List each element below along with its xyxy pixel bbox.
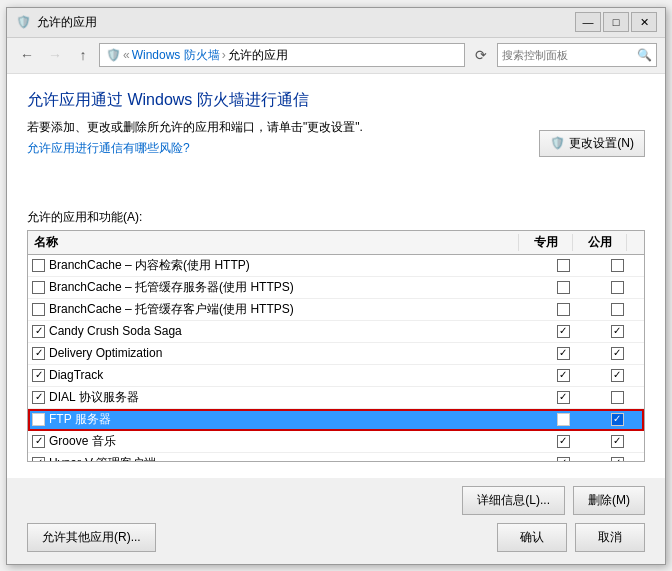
- table-row[interactable]: BranchCache – 内容检索(使用 HTTP): [28, 255, 644, 277]
- table-row[interactable]: Groove 音乐: [28, 431, 644, 453]
- private-checkbox[interactable]: [557, 457, 570, 461]
- cell-name: Hyper-V 管理客户端: [28, 455, 536, 461]
- cell-private: [536, 369, 590, 382]
- breadcrumb-firewall[interactable]: Windows 防火墙: [132, 47, 220, 64]
- private-checkbox[interactable]: [557, 435, 570, 448]
- help-link[interactable]: 允许应用进行通信有哪些风险?: [27, 141, 190, 155]
- row-name-text: DiagTrack: [49, 368, 103, 382]
- delete-button[interactable]: 删除(M): [573, 486, 645, 515]
- row-checkbox[interactable]: [32, 435, 45, 448]
- private-checkbox[interactable]: [557, 259, 570, 272]
- public-checkbox[interactable]: [611, 325, 624, 338]
- private-checkbox[interactable]: [557, 413, 570, 426]
- ok-button[interactable]: 确认: [497, 523, 567, 552]
- close-button[interactable]: ✕: [631, 12, 657, 32]
- table-row[interactable]: BranchCache – 托管缓存客户端(使用 HTTPS): [28, 299, 644, 321]
- breadcrumb-current: 允许的应用: [228, 47, 288, 64]
- cell-public: [590, 259, 644, 272]
- public-checkbox[interactable]: [611, 457, 624, 461]
- app-table: 名称 专用 公用 BranchCache – 内容检索(使用 HTTP)Bran…: [27, 230, 645, 462]
- table-row[interactable]: DiagTrack: [28, 365, 644, 387]
- cell-public: [590, 435, 644, 448]
- cell-private: [536, 413, 590, 426]
- public-checkbox[interactable]: [611, 413, 624, 426]
- cell-private: [536, 347, 590, 360]
- row-checkbox[interactable]: [32, 457, 45, 461]
- bottom-row1: 详细信息(L)... 删除(M): [27, 486, 645, 515]
- cell-name: Candy Crush Soda Saga: [28, 324, 536, 338]
- bottom-section: 详细信息(L)... 删除(M) 允许其他应用(R)... 确认 取消: [7, 478, 665, 564]
- page-title: 允许应用通过 Windows 防火墙进行通信: [27, 90, 363, 111]
- cell-name: FTP 服务器: [28, 411, 536, 428]
- cell-public: [590, 325, 644, 338]
- table-row[interactable]: Candy Crush Soda Saga: [28, 321, 644, 343]
- table-row[interactable]: Hyper-V 管理客户端: [28, 453, 644, 461]
- public-checkbox[interactable]: [611, 369, 624, 382]
- title-bar-buttons: — □ ✕: [575, 12, 657, 32]
- private-checkbox[interactable]: [557, 303, 570, 316]
- cell-public: [590, 369, 644, 382]
- section-label: 允许的应用和功能(A):: [27, 209, 645, 226]
- private-checkbox[interactable]: [557, 369, 570, 382]
- minimize-button[interactable]: —: [575, 12, 601, 32]
- table-row[interactable]: BranchCache – 托管缓存服务器(使用 HTTPS): [28, 277, 644, 299]
- bottom-row2: 允许其他应用(R)... 确认 取消: [27, 523, 645, 552]
- change-settings-button[interactable]: 🛡️ 更改设置(N): [539, 130, 645, 157]
- public-checkbox[interactable]: [611, 303, 624, 316]
- details-button[interactable]: 详细信息(L)...: [462, 486, 565, 515]
- row-name-checkbox[interactable]: [32, 413, 45, 426]
- cell-name: Groove 音乐: [28, 433, 536, 450]
- table-row[interactable]: FTP 服务器: [28, 409, 644, 431]
- private-checkbox[interactable]: [557, 347, 570, 360]
- cell-name: Delivery Optimization: [28, 346, 536, 360]
- cancel-button[interactable]: 取消: [575, 523, 645, 552]
- private-checkbox[interactable]: [557, 325, 570, 338]
- row-checkbox[interactable]: [32, 391, 45, 404]
- table-row[interactable]: Delivery Optimization: [28, 343, 644, 365]
- back-button[interactable]: ←: [15, 43, 39, 67]
- up-button[interactable]: ↑: [71, 43, 95, 67]
- forward-button[interactable]: →: [43, 43, 67, 67]
- table-header: 名称 专用 公用: [28, 231, 644, 255]
- search-input[interactable]: [502, 49, 637, 61]
- row-name-text: Delivery Optimization: [49, 346, 162, 360]
- row-checkbox[interactable]: [32, 325, 45, 338]
- search-icon: 🔍: [637, 48, 652, 62]
- row-checkbox[interactable]: [32, 303, 45, 316]
- public-checkbox[interactable]: [611, 347, 624, 360]
- address-bar: ← → ↑ 🛡️ « Windows 防火墙 › 允许的应用 ⟳ 🔍: [7, 38, 665, 74]
- col-private-header: 专用: [519, 234, 573, 251]
- cell-name: BranchCache – 内容检索(使用 HTTP): [28, 257, 536, 274]
- col-public-header: 公用: [573, 234, 627, 251]
- cell-private: [536, 259, 590, 272]
- public-checkbox[interactable]: [611, 281, 624, 294]
- table-row[interactable]: DIAL 协议服务器: [28, 387, 644, 409]
- row-name-text: FTP 服务器: [49, 411, 111, 428]
- row-checkbox[interactable]: [32, 347, 45, 360]
- content-area: 允许应用通过 Windows 防火墙进行通信 若要添加、更改或删除所允许的应用和…: [7, 74, 665, 478]
- row-name-text: Candy Crush Soda Saga: [49, 324, 182, 338]
- cell-private: [536, 391, 590, 404]
- breadcrumb: 🛡️ « Windows 防火墙 › 允许的应用: [99, 43, 465, 67]
- cell-private: [536, 325, 590, 338]
- public-checkbox[interactable]: [611, 391, 624, 404]
- row-checkbox[interactable]: [32, 259, 45, 272]
- shield-icon: 🛡️: [550, 136, 565, 150]
- allow-other-button[interactable]: 允许其他应用(R)...: [27, 523, 156, 552]
- search-bar: 🔍: [497, 43, 657, 67]
- maximize-button[interactable]: □: [603, 12, 629, 32]
- title-section: 允许应用通过 Windows 防火墙进行通信 若要添加、更改或删除所允许的应用和…: [27, 90, 363, 157]
- window-icon: 🛡️: [15, 14, 31, 30]
- cell-public: [590, 281, 644, 294]
- public-checkbox[interactable]: [611, 435, 624, 448]
- window-title: 允许的应用: [37, 14, 575, 31]
- cell-public: [590, 303, 644, 316]
- row-name-text: Hyper-V 管理客户端: [49, 455, 156, 461]
- private-checkbox[interactable]: [557, 281, 570, 294]
- private-checkbox[interactable]: [557, 391, 570, 404]
- row-checkbox[interactable]: [32, 369, 45, 382]
- refresh-button[interactable]: ⟳: [469, 43, 493, 67]
- public-checkbox[interactable]: [611, 259, 624, 272]
- title-bar: 🛡️ 允许的应用 — □ ✕: [7, 8, 665, 38]
- row-checkbox[interactable]: [32, 281, 45, 294]
